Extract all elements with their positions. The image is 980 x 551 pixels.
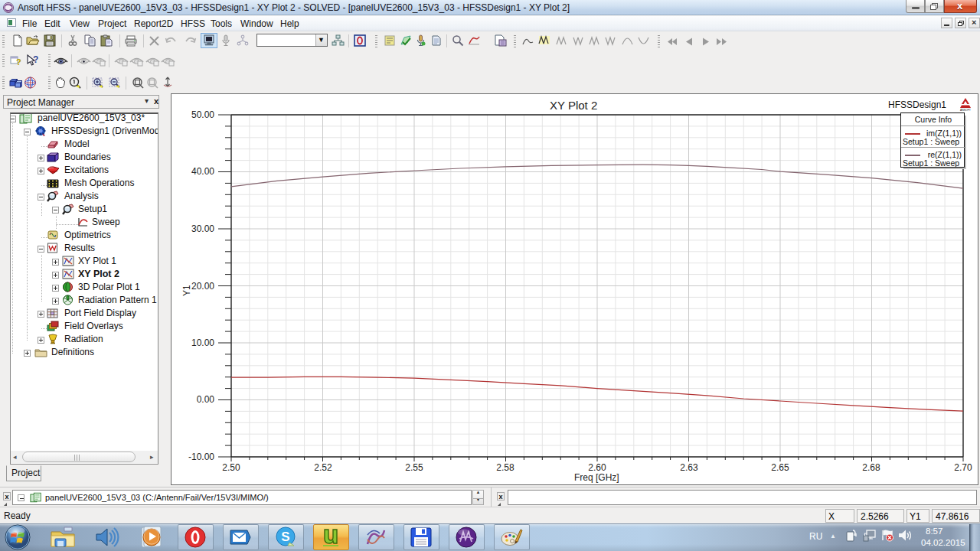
svg-text:?: ? xyxy=(16,57,21,67)
svg-text:S: S xyxy=(281,530,289,544)
svg-text:?: ? xyxy=(33,54,38,65)
